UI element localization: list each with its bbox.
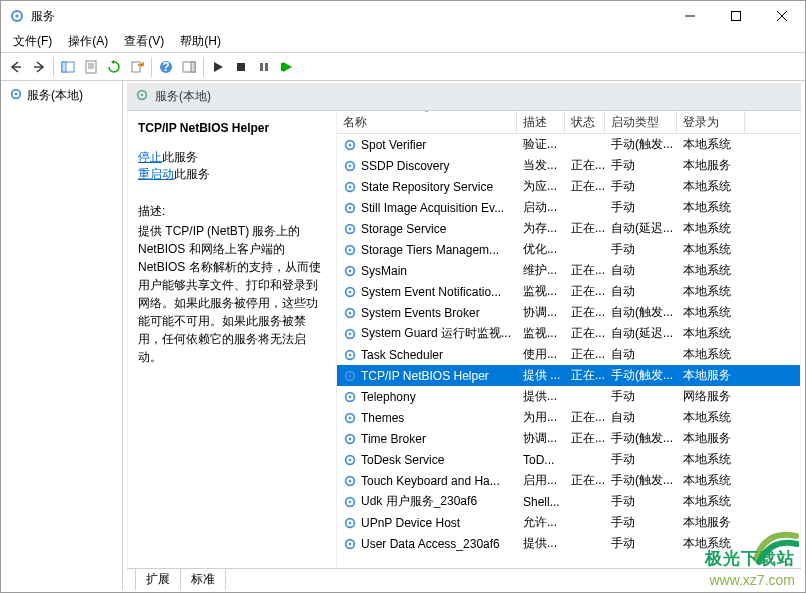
cell-start: 自动 <box>605 283 677 300</box>
export-button[interactable] <box>126 56 148 78</box>
service-row[interactable]: Spot Verifier验证...手动(触发...本地系统 <box>337 134 800 155</box>
properties-button[interactable] <box>80 56 102 78</box>
menubar: 文件(F) 操作(A) 查看(V) 帮助(H) <box>1 31 805 53</box>
tab-extended[interactable]: 扩展 <box>135 569 181 590</box>
svg-text:?: ? <box>162 60 169 74</box>
toolbar-separator <box>53 57 54 77</box>
cell-start: 手动(触发... <box>605 367 677 384</box>
list-body[interactable]: Spot Verifier验证...手动(触发...本地系统SSDP Disco… <box>337 134 800 568</box>
cell-desc: 协调... <box>517 304 565 321</box>
service-row[interactable]: TCP/IP NetBIOS Helper提供 ...正在...手动(触发...… <box>337 365 800 386</box>
service-row[interactable]: User Data Access_230af6提供...手动本地系统 <box>337 533 800 554</box>
tab-standard[interactable]: 标准 <box>180 569 226 590</box>
column-startup[interactable]: 启动类型 <box>605 111 677 133</box>
service-row[interactable]: Task Scheduler使用...正在...自动本地系统 <box>337 344 800 365</box>
svg-point-60 <box>349 479 352 482</box>
svg-point-58 <box>349 458 352 461</box>
cell-desc: 允许... <box>517 514 565 531</box>
toolbar: ? <box>1 53 805 81</box>
service-row[interactable]: State Repository Service为应...正在...手动本地系统 <box>337 176 800 197</box>
column-status[interactable]: 状态 <box>565 111 605 133</box>
titlebar: 服务 <box>1 1 805 31</box>
cell-start: 手动(触发... <box>605 472 677 489</box>
description-label: 描述: <box>138 203 328 220</box>
column-desc[interactable]: 描述 <box>517 111 565 133</box>
help-button[interactable]: ? <box>155 56 177 78</box>
cell-logon: 本地系统 <box>677 199 745 216</box>
cell-status: 正在... <box>565 409 605 426</box>
svg-point-24 <box>15 93 18 96</box>
menu-view[interactable]: 查看(V) <box>116 31 172 52</box>
service-row[interactable]: Themes为用...正在...自动本地系统 <box>337 407 800 428</box>
svg-point-52 <box>349 395 352 398</box>
restart-service-button[interactable] <box>276 56 298 78</box>
service-row[interactable]: Telephony提供...手动网络服务 <box>337 386 800 407</box>
refresh-button[interactable] <box>103 56 125 78</box>
svg-rect-20 <box>260 63 263 71</box>
restart-link[interactable]: 重启动 <box>138 167 174 181</box>
service-row[interactable]: Storage Tiers Managem...优化...手动本地系统 <box>337 239 800 260</box>
service-row[interactable]: SysMain维护...正在...自动本地系统 <box>337 260 800 281</box>
service-row[interactable]: Still Image Acquisition Ev...启动...手动本地系统 <box>337 197 800 218</box>
cell-logon: 本地服务 <box>677 157 745 174</box>
show-hide-tree-button[interactable] <box>57 56 79 78</box>
stop-service-button[interactable] <box>230 56 252 78</box>
cell-status: 正在... <box>565 346 605 363</box>
svg-point-46 <box>349 332 352 335</box>
service-row[interactable]: Storage Service为存...正在...自动(延迟...本地系统 <box>337 218 800 239</box>
cell-name: Task Scheduler <box>337 348 517 362</box>
cell-name: Storage Tiers Managem... <box>337 243 517 257</box>
cell-desc: 当发... <box>517 157 565 174</box>
menu-help[interactable]: 帮助(H) <box>172 31 229 52</box>
app-icon <box>9 8 25 24</box>
close-button[interactable] <box>759 1 805 31</box>
service-row[interactable]: System Event Notificatio...监视...正在...自动本… <box>337 281 800 302</box>
navigation-tree[interactable]: 服务(本地) <box>1 81 123 590</box>
cell-name: UPnP Device Host <box>337 516 517 530</box>
cell-logon: 本地系统 <box>677 493 745 510</box>
menu-action[interactable]: 操作(A) <box>60 31 116 52</box>
stop-link[interactable]: 停止 <box>138 150 162 164</box>
cell-logon: 本地系统 <box>677 451 745 468</box>
cell-name: System Events Broker <box>337 306 517 320</box>
back-button[interactable] <box>5 56 27 78</box>
cell-name: Storage Service <box>337 222 517 236</box>
maximize-button[interactable] <box>713 1 759 31</box>
panel-header: 服务(本地) <box>127 83 801 111</box>
service-row[interactable]: Udk 用户服务_230af6Shell...手动本地系统 <box>337 491 800 512</box>
svg-rect-21 <box>265 63 268 71</box>
service-row[interactable]: ToDesk ServiceToD...手动本地系统 <box>337 449 800 470</box>
cell-logon: 本地系统 <box>677 178 745 195</box>
cell-desc: 协调... <box>517 430 565 447</box>
service-row[interactable]: System Guard 运行时监视...监视...正在...自动(延迟...本… <box>337 323 800 344</box>
window-title: 服务 <box>31 8 667 25</box>
service-row[interactable]: System Events Broker协调...正在...自动(触发...本地… <box>337 302 800 323</box>
svg-point-56 <box>349 437 352 440</box>
column-name[interactable]: 名称ˆ <box>337 111 517 133</box>
cell-logon: 本地系统 <box>677 304 745 321</box>
cell-start: 自动(延迟... <box>605 325 677 342</box>
pause-service-button[interactable] <box>253 56 275 78</box>
svg-point-1 <box>16 15 19 18</box>
column-logon[interactable]: 登录为 <box>677 111 745 133</box>
cell-desc: 为存... <box>517 220 565 237</box>
service-row[interactable]: SSDP Discovery当发...正在...手动本地服务 <box>337 155 800 176</box>
service-row[interactable]: Time Broker协调...正在...手动(触发...本地服务 <box>337 428 800 449</box>
svg-rect-3 <box>732 12 741 21</box>
cell-logon: 网络服务 <box>677 388 745 405</box>
cell-name: Themes <box>337 411 517 425</box>
minimize-button[interactable] <box>667 1 713 31</box>
nav-services-local[interactable]: 服务(本地) <box>7 85 116 106</box>
cell-start: 自动 <box>605 262 677 279</box>
service-row[interactable]: UPnP Device Host允许...手动本地服务 <box>337 512 800 533</box>
forward-button[interactable] <box>28 56 50 78</box>
start-service-button[interactable] <box>207 56 229 78</box>
sort-indicator-icon: ˆ <box>425 111 428 119</box>
action-pane-button[interactable] <box>178 56 200 78</box>
service-row[interactable]: Touch Keyboard and Ha...启用...正在...手动(触发.… <box>337 470 800 491</box>
menu-file[interactable]: 文件(F) <box>5 31 60 52</box>
cell-name: Time Broker <box>337 432 517 446</box>
svg-rect-7 <box>34 66 43 67</box>
svg-point-38 <box>349 248 352 251</box>
cell-start: 手动 <box>605 241 677 258</box>
